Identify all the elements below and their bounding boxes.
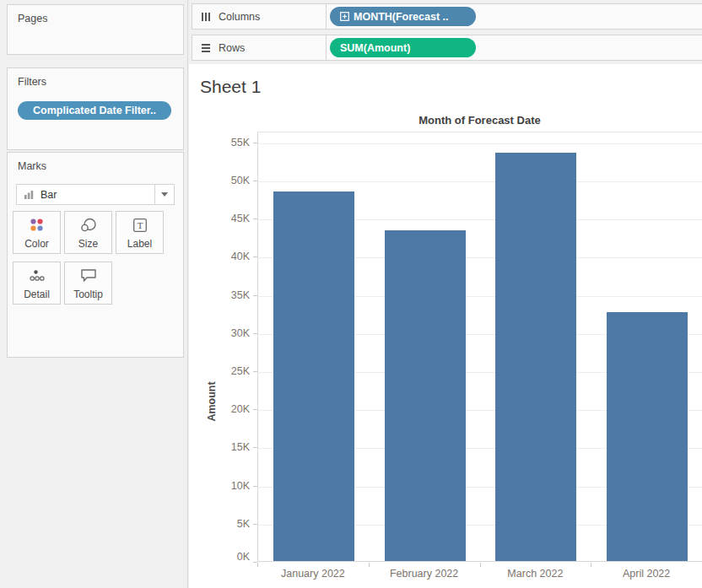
y-tick	[253, 524, 257, 525]
gridline	[258, 143, 702, 144]
gridline	[258, 181, 702, 182]
rows-shelf-label: Rows	[219, 42, 245, 54]
sheet-title: Sheet 1	[200, 77, 261, 97]
tooltip-button-label: Tooltip	[73, 289, 103, 300]
label-button-label: Label	[127, 238, 152, 250]
detail-button-label: Detail	[24, 289, 50, 300]
y-tick	[253, 218, 257, 219]
color-button[interactable]: Color	[13, 211, 61, 254]
rows-icon	[201, 43, 211, 53]
plot-area	[257, 132, 702, 562]
x-tick-label: April 2022	[591, 567, 702, 580]
pages-shelf-title: Pages	[8, 5, 183, 24]
y-tick-label: 20K	[216, 402, 250, 416]
label-button[interactable]: T Label	[116, 211, 164, 254]
y-tick-label: 35K	[216, 289, 250, 302]
rows-pill-label: SUM(Amount)	[340, 42, 410, 54]
y-tick	[253, 295, 257, 296]
columns-pill-month-forecast[interactable]: MONTH(Forecast ..	[330, 7, 476, 26]
y-tick-label: 5K	[216, 517, 250, 531]
size-button-label: Size	[78, 238, 98, 250]
bar-april-2022[interactable]	[607, 312, 688, 561]
y-tick	[253, 486, 257, 487]
x-tick-label: January 2022	[257, 567, 369, 580]
color-button-label: Color	[24, 238, 49, 250]
marks-card: Marks Bar	[7, 152, 184, 358]
y-tick-label: 30K	[216, 326, 250, 340]
columns-icon	[201, 12, 211, 22]
size-button[interactable]: Size	[64, 211, 112, 254]
sheet-view: Sheet 1 Month of Forecast Date Amount 0K…	[189, 64, 702, 588]
y-tick	[253, 371, 257, 372]
y-tick-label: 40K	[216, 250, 250, 263]
bar-mark-icon	[24, 190, 35, 200]
x-tick-label: March 2022	[480, 567, 591, 580]
mark-type-dropdown[interactable]: Bar	[16, 184, 175, 205]
filters-shelf-title: Filters	[8, 68, 183, 88]
color-icon	[30, 212, 44, 238]
rows-shelf[interactable]: Rows SUM(Amount)	[192, 35, 702, 61]
filters-shelf[interactable]: Filters Complicated Date Filter..	[7, 67, 184, 150]
tooltip-icon	[80, 262, 97, 289]
mark-type-dropdown-button[interactable]	[154, 185, 174, 204]
chart-title: Month of Forecast Date	[257, 114, 702, 127]
bar-january-2022[interactable]	[273, 192, 354, 561]
y-tick-label: 55K	[216, 136, 250, 149]
y-tick-label: 10K	[216, 479, 250, 493]
filter-pill[interactable]: Complicated Date Filter..	[18, 101, 171, 120]
tableau-workspace: Pages Filters Complicated Date Filter.. …	[0, 0, 702, 588]
svg-text:T: T	[137, 220, 143, 230]
y-tick-label: 0K	[216, 550, 250, 564]
y-tick	[253, 447, 257, 448]
y-tick-label: 45K	[216, 212, 250, 225]
y-tick	[253, 409, 257, 410]
y-tick	[253, 256, 257, 257]
expand-plus-icon[interactable]	[340, 12, 349, 21]
y-tick-label: 50K	[216, 174, 250, 187]
sidebar-divider	[187, 0, 188, 588]
y-tick-label: 15K	[216, 440, 250, 454]
shelf-divider	[326, 35, 327, 60]
marks-card-title: Marks	[8, 153, 183, 172]
mark-type-value: Bar	[40, 189, 154, 201]
y-tick	[253, 181, 257, 181]
y-tick	[253, 333, 257, 334]
columns-pill-label: MONTH(Forecast ..	[354, 11, 449, 23]
columns-shelf-label: Columns	[219, 11, 260, 23]
size-icon	[80, 212, 97, 238]
tooltip-button[interactable]: Tooltip	[64, 262, 112, 305]
rows-pill-sum-amount[interactable]: SUM(Amount)	[330, 38, 476, 57]
bar-february-2022[interactable]	[385, 230, 466, 561]
columns-shelf[interactable]: Columns MONTH(Forecast ..	[192, 3, 702, 30]
label-icon: T	[132, 212, 148, 238]
pages-shelf[interactable]: Pages	[7, 4, 184, 55]
chevron-down-icon	[161, 192, 168, 197]
detail-button[interactable]: Detail	[13, 262, 61, 305]
detail-icon	[30, 262, 45, 289]
bar-march-2022[interactable]	[495, 153, 576, 561]
shelf-divider	[326, 4, 327, 29]
y-tick	[253, 143, 257, 143]
y-tick-label: 25K	[216, 364, 250, 378]
x-tick-label: February 2022	[369, 567, 480, 580]
